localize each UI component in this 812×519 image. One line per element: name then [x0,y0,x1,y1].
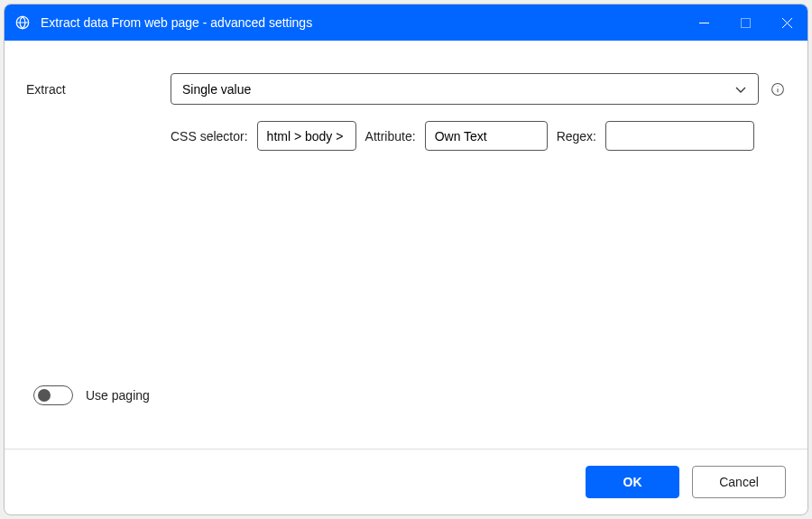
use-paging-label: Use paging [86,388,150,403]
info-icon[interactable] [770,81,786,97]
window-controls [683,5,807,41]
ok-button[interactable]: OK [586,466,679,498]
maximize-button[interactable] [724,5,766,41]
css-selector-label: CSS selector: [171,129,248,144]
dialog-content: Extract Single value CSS se [5,41,807,449]
attribute-label: Attribute: [365,129,416,144]
svg-point-7 [778,86,779,87]
extract-dropdown[interactable]: Single value [171,73,759,105]
titlebar: Extract data From web page - advanced se… [5,5,807,41]
extract-dropdown-value: Single value [182,82,251,97]
regex-input[interactable] [605,121,754,151]
window-title: Extract data From web page - advanced se… [41,15,683,30]
chevron-down-icon [734,83,747,96]
toggle-knob [38,389,51,402]
cancel-button[interactable]: Cancel [692,466,786,498]
dialog-window: Extract data From web page - advanced se… [4,4,808,515]
extract-label: Extract [26,82,171,97]
close-button[interactable] [766,5,807,41]
globe-icon [14,14,32,32]
attribute-input[interactable] [425,121,548,151]
css-selector-input[interactable] [257,121,356,151]
svg-rect-2 [741,18,750,27]
use-paging-toggle[interactable] [33,385,73,405]
dialog-footer: OK Cancel [5,449,807,514]
minimize-button[interactable] [683,5,724,41]
regex-label: Regex: [557,129,596,144]
